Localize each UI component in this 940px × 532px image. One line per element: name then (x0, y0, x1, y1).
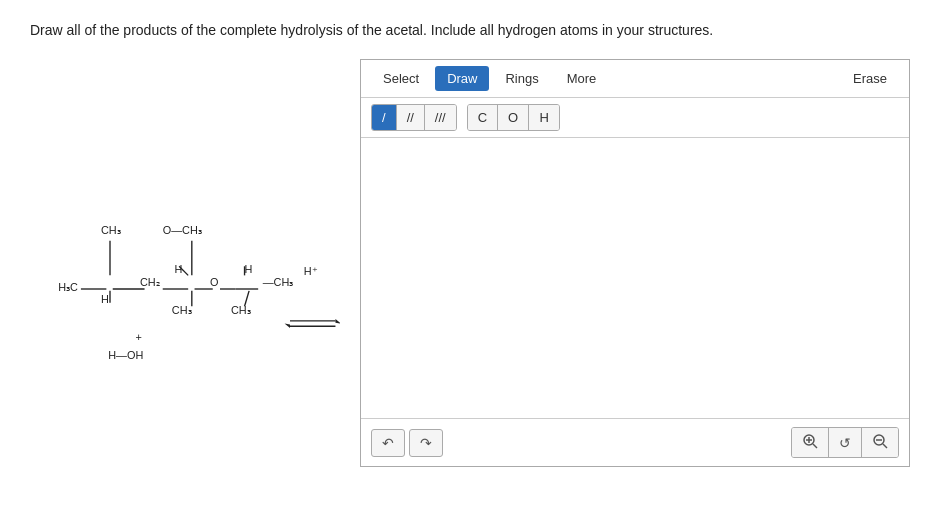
oxygen-button[interactable]: O (498, 105, 529, 130)
zoom-out-icon (872, 433, 888, 449)
zoom-reset-button[interactable]: ↺ (829, 428, 862, 457)
bottom-bar: ↶ ↷ ↺ (361, 418, 909, 466)
svg-text:H₃C: H₃C (58, 281, 78, 293)
bond-group: / // /// (371, 104, 457, 131)
molecule-area: CH₃ H₃C H CH₂ O—CH₃ (30, 59, 360, 467)
erase-button[interactable]: Erase (841, 66, 899, 91)
toolbar: Select Draw Rings More Erase (361, 60, 909, 98)
canvas-area[interactable] (361, 138, 909, 418)
zoom-buttons: ↺ (791, 427, 899, 458)
history-buttons: ↶ ↷ (371, 429, 443, 457)
select-button[interactable]: Select (371, 66, 431, 91)
single-bond-button[interactable]: / (372, 105, 397, 130)
zoom-in-button[interactable] (792, 428, 829, 457)
svg-marker-28 (285, 324, 290, 329)
undo-button[interactable]: ↶ (371, 429, 405, 457)
molecule-svg: CH₃ H₃C H CH₂ O—CH₃ (40, 159, 340, 359)
triple-bond-button[interactable]: /// (425, 105, 456, 130)
main-layout: CH₃ H₃C H CH₂ O—CH₃ (30, 59, 910, 467)
svg-text:+: + (135, 331, 141, 343)
draw-button[interactable]: Draw (435, 66, 489, 91)
svg-line-32 (813, 444, 817, 448)
redo-button[interactable]: ↷ (409, 429, 443, 457)
more-button[interactable]: More (555, 66, 609, 91)
svg-text:H: H (101, 293, 109, 305)
zoom-out-button[interactable] (862, 428, 898, 457)
svg-text:CH₃: CH₃ (101, 224, 121, 236)
svg-text:CH₃: CH₃ (231, 304, 251, 316)
atom-group: C O H (467, 104, 561, 131)
svg-text:CH₂: CH₂ (140, 276, 160, 288)
svg-text:H—OH: H—OH (108, 349, 143, 359)
svg-text:—CH₃: —CH₃ (263, 276, 294, 288)
svg-text:O—CH₃: O—CH₃ (163, 224, 202, 236)
zoom-in-icon (802, 433, 818, 449)
rings-button[interactable]: Rings (493, 66, 550, 91)
double-bond-button[interactable]: // (397, 105, 425, 130)
drawing-panel: Select Draw Rings More Erase / // /// C … (360, 59, 910, 467)
atom-tools: / // /// C O H (361, 98, 909, 138)
svg-line-36 (883, 444, 887, 448)
svg-text:O: O (210, 276, 218, 288)
svg-marker-27 (335, 319, 340, 324)
svg-text:H: H (245, 263, 253, 275)
question-text: Draw all of the products of the complete… (30, 20, 910, 41)
carbon-button[interactable]: C (468, 105, 498, 130)
svg-text:H⁺: H⁺ (304, 265, 318, 277)
hydrogen-button[interactable]: H (529, 105, 559, 130)
svg-text:CH₃: CH₃ (172, 304, 192, 316)
